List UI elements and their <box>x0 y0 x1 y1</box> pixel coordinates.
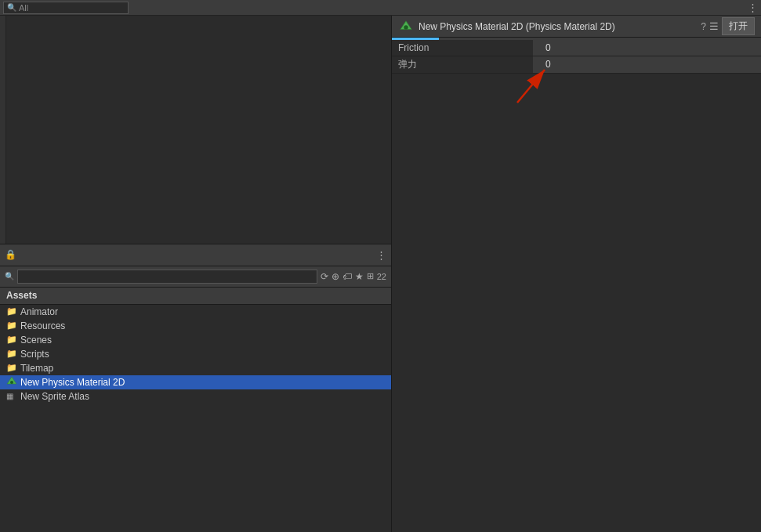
left-panel: 🔒 ⋮ 🔍 ⟳ ⊕ 🏷 ★ ⊞ 22 Assets <box>0 16 392 532</box>
search-icon-assets: 🔍 <box>5 272 14 280</box>
asset-item-label: New Sprite Atlas <box>20 391 89 402</box>
help-icon[interactable]: ? <box>701 21 706 32</box>
top-search-box[interactable]: 🔍 All <box>3 2 129 14</box>
asset-item-label: Scripts <box>20 349 49 360</box>
menu-icon[interactable]: ⋮ <box>748 2 758 13</box>
assets-search-header: 🔍 ⟳ ⊕ 🏷 ★ ⊞ 22 <box>0 266 391 288</box>
right-panel-header: New Physics Material 2D (Physics Materia… <box>392 16 761 38</box>
asset-item-label: Scenes <box>20 335 52 346</box>
search-text: All <box>19 3 28 13</box>
open-button[interactable]: 打开 <box>722 17 755 35</box>
assets-title: Assets <box>6 290 37 301</box>
assets-title-bar: Assets <box>0 288 391 305</box>
tag-icon[interactable]: 🏷 <box>342 271 352 282</box>
svg-point-1 <box>10 381 13 384</box>
properties-area: Friction 0 弹力 0 <box>392 40 761 532</box>
folder-icon: 📁 <box>6 306 17 317</box>
bounciness-value: 0 <box>539 59 557 70</box>
layers-icon[interactable]: ⊞ <box>367 271 374 281</box>
sprite-atlas-icon: ▦ <box>6 392 17 400</box>
folder-icon: 📁 <box>6 335 17 345</box>
asset-item-label: Tilemap <box>20 363 53 374</box>
bounciness-label: 弹力 <box>392 56 533 73</box>
folder-icon: 📁 <box>6 320 17 331</box>
table-row: Friction 0 <box>392 40 761 56</box>
physics-material-icon <box>398 19 414 34</box>
asset-item-label: Animator <box>20 306 58 317</box>
physics2d-icon <box>6 376 17 389</box>
refresh-icon[interactable]: ⟳ <box>321 271 328 282</box>
folder-icon: 📁 <box>6 349 17 359</box>
list-item[interactable]: 📁 Scripts <box>0 347 391 361</box>
friction-value: 0 <box>539 42 557 53</box>
table-row: 弹力 0 <box>392 56 761 73</box>
filter-icon[interactable]: ⊕ <box>332 271 339 282</box>
folder-icon: 📁 <box>6 363 17 373</box>
bounciness-value-cell[interactable]: 0 <box>533 56 761 73</box>
list-item[interactable]: 📁 Animator <box>0 305 391 319</box>
asset-item-label: Resources <box>20 320 65 331</box>
top-bar: 🔍 All ⋮ <box>0 0 761 16</box>
svg-point-3 <box>404 25 408 29</box>
left-panel-preview <box>0 16 391 244</box>
assets-bottom-toolbar: 🔒 ⋮ <box>0 244 391 266</box>
lock-icon[interactable]: 🔒 <box>5 249 16 260</box>
list-item-sprite-atlas[interactable]: ▦ New Sprite Atlas <box>0 389 391 404</box>
main-layout: 🔒 ⋮ 🔍 ⟳ ⊕ 🏷 ★ ⊞ 22 Assets <box>0 16 761 532</box>
asset-item-label: New Physics Material 2D <box>20 377 125 388</box>
left-vertical-strip <box>0 16 6 244</box>
list-item-physics-material[interactable]: New Physics Material 2D <box>0 375 391 389</box>
right-header-buttons: ? ☰ 打开 <box>701 17 755 35</box>
bottom-menu-icon[interactable]: ⋮ <box>376 249 386 261</box>
right-panel-title: New Physics Material 2D (Physics Materia… <box>419 21 696 32</box>
svg-line-5 <box>517 70 545 103</box>
list-item[interactable]: 📁 Resources <box>0 319 391 333</box>
list-item[interactable]: 📁 Tilemap <box>0 361 391 375</box>
assets-search-input[interactable] <box>17 270 317 284</box>
top-bar-icons: ⋮ <box>748 2 758 13</box>
star-icon[interactable]: ★ <box>355 271 364 282</box>
layer-count: 22 <box>377 272 386 281</box>
search-icon: 🔍 <box>7 3 16 12</box>
assets-list: 📁 Animator 📁 Resources 📁 Scenes 📁 Script… <box>0 305 391 533</box>
settings-icon[interactable]: ☰ <box>709 20 719 32</box>
friction-label: Friction <box>392 40 533 56</box>
assets-toolbar-icons: ⟳ ⊕ 🏷 ★ ⊞ 22 <box>321 271 386 282</box>
right-panel: New Physics Material 2D (Physics Materia… <box>392 16 761 532</box>
list-item[interactable]: 📁 Scenes <box>0 333 391 347</box>
friction-value-cell[interactable]: 0 <box>533 40 761 56</box>
properties-table: Friction 0 弹力 0 <box>392 40 761 74</box>
